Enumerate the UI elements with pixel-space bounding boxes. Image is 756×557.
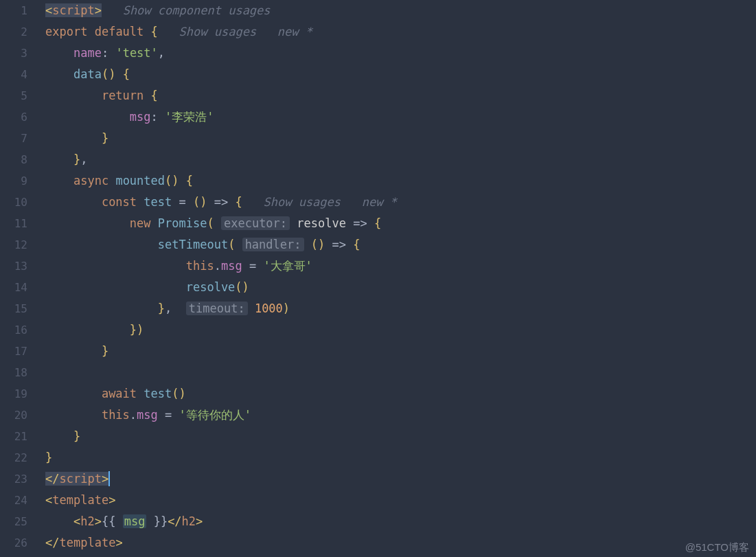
line-number: 21 <box>0 426 27 447</box>
line-number: 12 <box>0 234 27 255</box>
line-number: 2 <box>0 21 27 43</box>
line-number: 16 <box>0 319 27 341</box>
line-number: 9 <box>0 170 27 192</box>
code-line[interactable]: data() { <box>40 64 756 85</box>
text-cursor <box>108 471 110 486</box>
line-number: 23 <box>0 468 27 490</box>
line-number: 17 <box>0 341 27 362</box>
code-line[interactable]: export default { Show usages new * <box>40 21 756 43</box>
line-number: 19 <box>0 383 27 405</box>
line-number: 15 <box>0 298 27 319</box>
code-line[interactable]: this.msg = '等待你的人' <box>40 405 756 426</box>
inlay-hint[interactable]: Show usages <box>263 195 341 209</box>
code-line[interactable]: } <box>40 447 756 468</box>
code-line[interactable]: </script> <box>40 468 756 490</box>
inlay-hint[interactable]: Show component usages <box>123 3 271 17</box>
code-editor[interactable]: 1234567891011121314151617181920212223242… <box>0 0 756 557</box>
code-line[interactable]: async mounted() { <box>40 170 756 192</box>
line-number: 8 <box>0 149 27 170</box>
code-line[interactable]: await test() <box>40 383 756 405</box>
code-line[interactable]: }) <box>40 319 756 341</box>
line-number-gutter: 1234567891011121314151617181920212223242… <box>0 0 40 557</box>
line-number: 6 <box>0 106 27 128</box>
inlay-hint[interactable]: new * <box>277 25 312 38</box>
line-number: 11 <box>0 213 27 234</box>
code-line[interactable]: <h2>{{ msg }}</h2> <box>40 511 756 532</box>
code-line[interactable]: setTimeout( handler: () => { <box>40 234 756 255</box>
code-line[interactable]: this.msg = '大拿哥' <box>40 255 756 277</box>
line-number: 25 <box>0 511 27 532</box>
inlay-hint[interactable]: Show usages <box>179 25 257 38</box>
line-number: 3 <box>0 43 27 64</box>
inlay-hint[interactable]: new * <box>362 195 397 209</box>
code-line[interactable]: }, <box>40 149 756 170</box>
line-number: 7 <box>0 128 27 149</box>
line-number: 1 <box>0 0 27 21</box>
code-line[interactable]: </template> <box>40 532 756 554</box>
line-number: 4 <box>0 64 27 85</box>
code-line[interactable]: <template> <box>40 490 756 511</box>
code-line[interactable]: resolve() <box>40 277 756 298</box>
code-line[interactable]: msg: '李荣浩' <box>40 106 756 128</box>
code-line[interactable]: <script> Show component usages <box>40 0 756 21</box>
code-line[interactable]: }, timeout: 1000) <box>40 298 756 319</box>
code-line[interactable]: return { <box>40 85 756 106</box>
line-number: 14 <box>0 277 27 298</box>
code-area[interactable]: <script> Show component usages export de… <box>40 0 756 557</box>
param-inlay: handler: <box>242 238 304 251</box>
watermark: @51CTO博客 <box>685 541 749 554</box>
line-number: 10 <box>0 192 27 213</box>
line-number: 26 <box>0 532 27 554</box>
code-line[interactable]: new Promise( executor: resolve => { <box>40 213 756 234</box>
line-number: 18 <box>0 362 27 383</box>
code-line[interactable] <box>40 362 756 383</box>
code-line[interactable]: } <box>40 426 756 447</box>
code-line[interactable]: name: 'test', <box>40 43 756 64</box>
line-number: 22 <box>0 447 27 468</box>
code-line[interactable]: const test = () => { Show usages new * <box>40 192 756 213</box>
param-inlay: timeout: <box>186 302 248 315</box>
line-number: 13 <box>0 255 27 277</box>
line-number: 20 <box>0 405 27 426</box>
code-line[interactable]: } <box>40 128 756 149</box>
line-number: 5 <box>0 85 27 106</box>
param-inlay: executor: <box>221 216 290 230</box>
code-line[interactable]: } <box>40 341 756 362</box>
line-number: 24 <box>0 490 27 511</box>
